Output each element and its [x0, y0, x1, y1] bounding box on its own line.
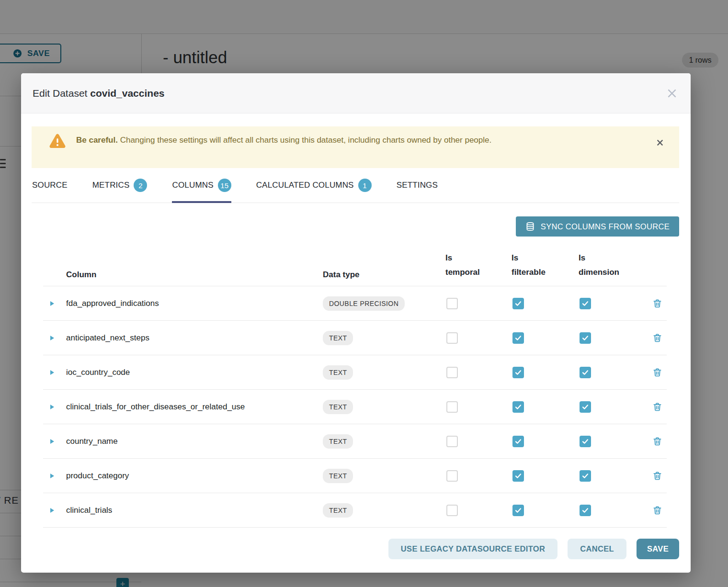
tab-metrics[interactable]: METRICS 2 — [92, 168, 148, 203]
column-name: anticipated_next_steps — [66, 333, 149, 342]
column-name: ioc_country_code — [66, 368, 130, 377]
dataset-editor-tabs: SOURCE METRICS 2 COLUMNS 15 CALCULATED C… — [32, 168, 679, 203]
tab-label: SOURCE — [32, 181, 68, 190]
columns-table-body: fda_approved_indications DOUBLE PRECISIO… — [43, 286, 667, 528]
delete-column-icon[interactable] — [652, 298, 662, 308]
is-filterable-checkbox[interactable] — [512, 505, 524, 516]
expand-caret-icon[interactable] — [50, 439, 54, 444]
is-dimension-checkbox[interactable] — [580, 401, 591, 413]
header-is-temporal: Is temporal — [445, 251, 512, 280]
table-row: product_category TEXT — [43, 459, 667, 493]
expand-caret-icon[interactable] — [50, 474, 54, 478]
columns-table-header: Column Data type Is temporal Is filterab… — [43, 237, 667, 286]
edit-dataset-modal: Edit Dataset covid_vaccines Be careful. … — [21, 73, 691, 573]
sync-columns-button[interactable]: SYNC COLUMNS FROM SOURCE — [516, 216, 679, 237]
is-dimension-checkbox[interactable] — [580, 505, 591, 516]
column-name: clinical_trials_for_other_diseases_or_re… — [66, 402, 245, 411]
column-name: product_category — [66, 471, 129, 480]
warning-icon — [49, 133, 66, 168]
expand-caret-icon[interactable] — [50, 336, 54, 340]
warning-banner: Be careful. Changing these settings will… — [32, 126, 679, 168]
is-filterable-checkbox[interactable] — [512, 367, 524, 378]
cancel-button[interactable]: CANCEL — [568, 539, 626, 559]
modal-title: Edit Dataset covid_vaccines — [33, 88, 165, 99]
data-type-badge: TEXT — [323, 503, 353, 518]
data-type-badge: DOUBLE PRECISION — [323, 296, 405, 311]
is-temporal-checkbox[interactable] — [446, 401, 458, 413]
header-data-type: Data type — [323, 270, 445, 280]
is-temporal-checkbox[interactable] — [446, 332, 458, 344]
tab-label: METRICS — [92, 181, 130, 190]
delete-column-icon[interactable] — [652, 505, 662, 515]
is-temporal-checkbox[interactable] — [446, 298, 458, 309]
column-name: fda_approved_indications — [66, 299, 159, 308]
expand-caret-icon[interactable] — [50, 370, 54, 375]
header-is-dimension: Is dimension — [579, 251, 642, 280]
modal-body: Be careful. Changing these settings will… — [21, 126, 691, 528]
table-row: ioc_country_code TEXT — [43, 355, 667, 390]
close-icon[interactable] — [666, 87, 678, 100]
dismiss-warning-icon[interactable] — [656, 139, 664, 148]
tab-label: CALCULATED COLUMNS — [256, 181, 354, 190]
tab-label: SETTINGS — [397, 181, 438, 190]
data-type-badge: TEXT — [323, 469, 353, 483]
data-type-badge: TEXT — [323, 400, 353, 414]
is-dimension-checkbox[interactable] — [580, 470, 591, 482]
delete-column-icon[interactable] — [652, 402, 662, 412]
data-type-badge: TEXT — [323, 434, 353, 449]
metrics-count-badge: 2 — [134, 179, 147, 192]
table-row: clinical_trials_for_other_diseases_or_re… — [43, 390, 667, 424]
tab-settings[interactable]: SETTINGS — [397, 168, 438, 203]
table-row: anticipated_next_steps TEXT — [43, 321, 667, 355]
expand-caret-icon[interactable] — [50, 301, 54, 306]
modal-footer: USE LEGACY DATASOURCE EDITOR CANCEL SAVE — [388, 539, 679, 559]
delete-column-icon[interactable] — [652, 471, 662, 481]
tab-source[interactable]: SOURCE — [32, 168, 68, 203]
warning-text-bold: Be careful. — [76, 135, 118, 145]
column-name: country_name — [66, 437, 118, 446]
sync-row: SYNC COLUMNS FROM SOURCE — [32, 216, 679, 237]
tab-label: COLUMNS — [172, 181, 213, 190]
screen: SAVE - untitled 1 rows W RE + Edit Datas… — [0, 0, 728, 587]
is-filterable-checkbox[interactable] — [512, 298, 524, 309]
use-legacy-editor-button[interactable]: USE LEGACY DATASOURCE EDITOR — [388, 539, 557, 559]
data-type-badge: TEXT — [323, 331, 353, 345]
tab-columns[interactable]: COLUMNS 15 — [172, 168, 231, 203]
warning-text-body: Changing these settings will affect all … — [118, 135, 491, 145]
calculated-columns-count-badge: 1 — [358, 179, 372, 192]
table-row: fda_approved_indications DOUBLE PRECISIO… — [43, 286, 667, 321]
sync-columns-label: SYNC COLUMNS FROM SOURCE — [541, 222, 670, 231]
is-dimension-checkbox[interactable] — [580, 367, 591, 378]
is-filterable-checkbox[interactable] — [512, 470, 524, 482]
dataset-name: covid_vaccines — [90, 88, 164, 99]
delete-column-icon[interactable] — [652, 333, 662, 343]
is-temporal-checkbox[interactable] — [446, 470, 458, 482]
delete-column-icon[interactable] — [652, 436, 662, 446]
columns-table: Column Data type Is temporal Is filterab… — [43, 237, 667, 528]
header-is-filterable: Is filterable — [512, 251, 579, 280]
column-name: clinical_trials — [66, 506, 112, 515]
is-filterable-checkbox[interactable] — [512, 401, 524, 413]
data-type-badge: TEXT — [323, 365, 353, 380]
modal-title-prefix: Edit Dataset — [33, 88, 90, 99]
modal-header: Edit Dataset covid_vaccines — [21, 73, 691, 113]
columns-count-badge: 15 — [218, 179, 231, 192]
is-filterable-checkbox[interactable] — [512, 436, 524, 447]
database-icon — [525, 222, 535, 231]
table-row: country_name TEXT — [43, 424, 667, 459]
tab-calculated-columns[interactable]: CALCULATED COLUMNS 1 — [256, 168, 372, 203]
is-temporal-checkbox[interactable] — [446, 505, 458, 516]
is-dimension-checkbox[interactable] — [580, 298, 591, 309]
is-filterable-checkbox[interactable] — [512, 332, 524, 344]
is-temporal-checkbox[interactable] — [446, 436, 458, 447]
is-dimension-checkbox[interactable] — [580, 436, 591, 447]
save-button[interactable]: SAVE — [637, 539, 679, 559]
header-column: Column — [66, 270, 323, 280]
is-temporal-checkbox[interactable] — [446, 367, 458, 378]
delete-column-icon[interactable] — [652, 367, 662, 377]
warning-text: Be careful. Changing these settings will… — [76, 132, 491, 168]
table-row: clinical_trials TEXT — [43, 493, 667, 528]
is-dimension-checkbox[interactable] — [580, 332, 591, 344]
expand-caret-icon[interactable] — [50, 508, 54, 513]
expand-caret-icon[interactable] — [50, 405, 54, 409]
